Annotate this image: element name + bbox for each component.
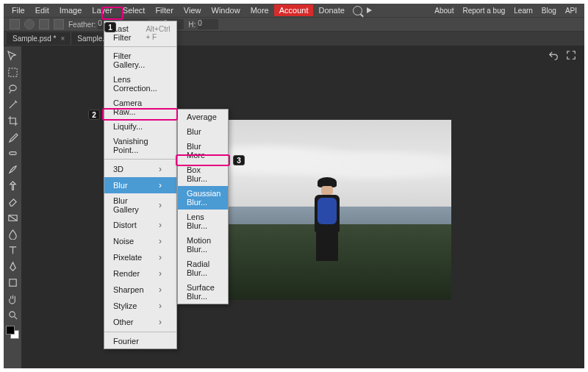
link-report-bug[interactable]: Report a bug [462, 7, 505, 15]
menu-view[interactable]: View [179, 4, 207, 16]
badge-2: 2 [88, 110, 100, 120]
menu-lens-blur[interactable]: Lens Blur... [178, 210, 228, 233]
menu-donate[interactable]: Donate [313, 4, 349, 16]
lasso-tool-icon[interactable] [6, 82, 19, 95]
select-subtract-icon[interactable] [54, 19, 64, 29]
link-about[interactable]: About [434, 7, 453, 15]
menu-file[interactable]: File [7, 4, 30, 16]
options-bar: Feather:0 W:0 H:0 [4, 17, 584, 32]
close-icon[interactable]: × [60, 35, 65, 43]
link-learn[interactable]: Learn [514, 7, 533, 15]
blur-tool-icon[interactable] [6, 227, 19, 240]
menubar: File Edit Image Layer Select Filter View… [4, 4, 584, 17]
fullscreen-icon[interactable] [565, 49, 577, 61]
type-tool-icon[interactable] [6, 243, 19, 257]
hand-tool-icon[interactable] [6, 292, 19, 305]
menu-radial-blur[interactable]: Radial Blur... [178, 257, 228, 280]
select-ellipse-icon[interactable] [24, 19, 35, 29]
menu-blur-simple[interactable]: Blur [178, 124, 228, 139]
tab-sample-1[interactable]: Sample.psd *× [7, 32, 71, 45]
undo-icon[interactable] [548, 49, 559, 61]
document-tabs: Sample.psd *× Sample.psd× [4, 32, 584, 46]
workspace [4, 46, 584, 368]
svg-point-5 [9, 311, 15, 317]
clone-tool-icon[interactable] [6, 179, 19, 192]
marquee-tool-icon[interactable] [6, 65, 19, 79]
menu-noise[interactable]: Noise [104, 233, 176, 249]
menu-select[interactable]: Select [118, 4, 151, 16]
menu-blur-more[interactable]: Blur More [178, 139, 228, 162]
height-label: H: [188, 21, 196, 29]
shape-tool-icon[interactable] [6, 276, 19, 289]
brush-tool-icon[interactable] [6, 162, 19, 176]
move-tool-icon[interactable] [6, 49, 19, 62]
menu-vanishing-point[interactable]: Vanishing Point... [104, 134, 176, 157]
svg-rect-2 [9, 151, 15, 154]
link-blog[interactable]: Blog [542, 7, 556, 15]
eraser-tool-icon[interactable] [6, 195, 19, 208]
menu-render[interactable]: Render [104, 265, 176, 282]
play-icon[interactable] [367, 7, 372, 13]
badge-1: 1 [104, 22, 116, 32]
tab-label: Sample.psd * [12, 35, 56, 43]
canvas-corner-controls [548, 49, 577, 61]
height-input[interactable]: 0 [198, 19, 218, 29]
menu-surface-blur[interactable]: Surface Blur... [178, 280, 228, 304]
menu-average[interactable]: Average [178, 110, 228, 124]
menu-pixelate[interactable]: Pixelate [104, 249, 176, 265]
menu-account[interactable]: Account [274, 4, 314, 16]
crop-tool-icon[interactable] [6, 114, 19, 127]
menu-motion-blur[interactable]: Motion Blur... [178, 233, 228, 257]
svg-rect-4 [9, 279, 15, 285]
eyedropper-tool-icon[interactable] [6, 130, 19, 143]
menu-gaussian-blur[interactable]: Gaussian Blur... [178, 186, 228, 210]
select-add-icon[interactable] [39, 19, 49, 29]
link-api[interactable]: API [565, 7, 577, 15]
menu-distort[interactable]: Distort [104, 217, 176, 233]
pen-tool-icon[interactable] [6, 260, 19, 273]
left-toolbar [4, 46, 21, 368]
menu-blur-gallery[interactable]: Blur Gallery [104, 193, 176, 217]
filter-dropdown: Last FilterAlt+Ctrl + F Filter Gallery..… [104, 21, 177, 349]
menu-window[interactable]: Window [207, 4, 245, 16]
svg-rect-0 [8, 68, 16, 76]
menu-fourier[interactable]: Fourier [104, 334, 176, 348]
menu-filter[interactable]: Filter [150, 4, 178, 16]
menu-layer[interactable]: Layer [87, 4, 118, 16]
badge-3: 3 [233, 155, 245, 165]
menu-filter-gallery[interactable]: Filter Gallery... [104, 49, 176, 72]
menu-edit[interactable]: Edit [30, 4, 54, 16]
menu-lens-correction[interactable]: Lens Correction... [104, 72, 176, 96]
menu-blur[interactable]: Blur [104, 177, 176, 193]
color-swatch[interactable] [6, 326, 19, 339]
svg-point-1 [9, 85, 15, 90]
heal-tool-icon[interactable] [6, 146, 19, 160]
feather-label: Feather: [68, 21, 96, 29]
wand-tool-icon[interactable] [6, 98, 19, 111]
menu-more[interactable]: More [245, 4, 274, 16]
menubar-right: About Report a bug Learn Blog API [434, 7, 581, 15]
menu-stylize[interactable]: Stylize [104, 298, 176, 314]
gradient-tool-icon[interactable] [6, 211, 19, 224]
menu-sharpen[interactable]: Sharpen [104, 282, 176, 298]
zoom-tool-icon[interactable] [6, 308, 19, 321]
select-rect-icon[interactable] [10, 19, 20, 29]
menu-box-blur[interactable]: Box Blur... [178, 162, 228, 186]
menu-liquify[interactable]: Liquify... [104, 119, 176, 134]
menu-3d[interactable]: 3D [104, 161, 176, 177]
blur-submenu: Average Blur Blur More Box Blur... Gauss… [177, 109, 229, 304]
menu-camera-raw[interactable]: Camera Raw... [104, 96, 176, 119]
search-icon[interactable] [353, 6, 362, 15]
menu-image[interactable]: Image [54, 4, 87, 16]
menu-other[interactable]: Other [104, 314, 176, 330]
